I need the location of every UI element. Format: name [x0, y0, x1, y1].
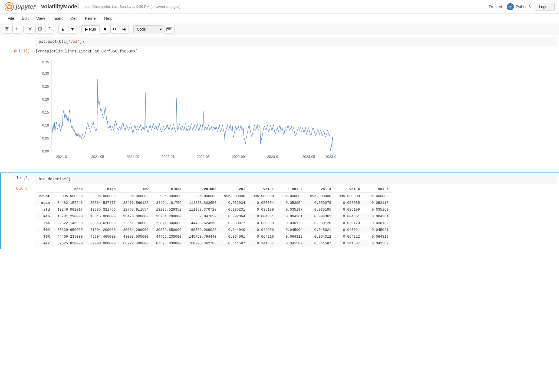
fast-forward-button[interactable]: ⏭	[120, 25, 129, 34]
table-row: 50%30839.65000031804.20000030064.2900003…	[35, 227, 392, 233]
run-icon: ▶	[85, 27, 88, 31]
notebook: plt.plot(btc['vol']) Out[12]: [<matplotl…	[0, 35, 559, 249]
save-button[interactable]	[3, 25, 11, 34]
cut-button[interactable]	[26, 25, 34, 34]
table-cell: 0.053054	[278, 200, 306, 206]
table-cell: 15781.290000	[152, 213, 185, 220]
svg-rect-17	[167, 27, 172, 31]
col-header-vol4: vol-4	[335, 186, 364, 193]
copy-button[interactable]	[35, 25, 44, 34]
col-header-vol2: vol-2	[278, 186, 306, 193]
topbar: jupyter VolatilityModel Last Checkpoint:…	[0, 0, 559, 14]
table-cell: 15781.290000	[54, 213, 87, 220]
table-cell: 0.341587	[220, 240, 249, 247]
trusted-badge: Trusted	[489, 4, 502, 9]
svg-text:0.35: 0.35	[42, 60, 49, 64]
table-cell: 22351.700000	[119, 220, 152, 227]
table-cell: 13246.082017	[54, 206, 87, 213]
table-row: 25%22822.14500023358.62000022351.7000002…	[35, 220, 392, 227]
move-down-button[interactable]: ▼	[68, 25, 77, 34]
table-cell: 0.030132	[364, 220, 392, 227]
table-cell: 0.035162	[364, 206, 392, 213]
table-cell: 13236.529352	[152, 206, 185, 213]
table-cell: 0.341587	[306, 240, 335, 247]
table-cell: 0.053085	[335, 200, 364, 206]
python-label: Python 3	[516, 5, 531, 9]
table-cell: 13635.321756	[87, 206, 120, 213]
svg-text:Py: Py	[508, 5, 512, 9]
jupyter-label: jupyter	[16, 3, 35, 10]
svg-text:0.05: 0.05	[42, 136, 49, 140]
svg-rect-22	[168, 29, 171, 30]
table-cell: 995.000000	[185, 193, 220, 200]
table-cell: 22871.300000	[152, 220, 185, 227]
cell-output-12: Out[12]: [<matplotlib.lines.Line2D at 0x…	[1, 47, 559, 169]
cell-code-12[interactable]: plt.plot(btc['vol'])	[35, 37, 557, 46]
table-cell: 0.004361	[335, 213, 364, 220]
col-header-vol: vol	[220, 186, 249, 193]
col-header-high: high	[87, 186, 120, 193]
cell-type-select[interactable]: Code Markdown Raw NBConvert Heading	[133, 25, 163, 33]
table-cell: 0.045004	[278, 227, 306, 233]
table-cell: 0.053004	[249, 200, 278, 206]
svg-text:0.30: 0.30	[42, 71, 49, 75]
menubar: File Edit View Insert Cell Kernel Help	[0, 14, 559, 23]
cell-prompt-12	[3, 37, 35, 38]
table-cell: 0.045021	[335, 227, 364, 233]
run-button[interactable]: ▶ Run	[81, 25, 100, 33]
table-row: 75%44466.23500045904.46500043093.5050004…	[35, 233, 392, 240]
stop-button[interactable]: ■	[101, 25, 109, 34]
svg-point-0	[5, 2, 14, 11]
menu-cell[interactable]: Cell	[67, 15, 81, 22]
svg-point-3	[9, 4, 10, 5]
table-cell: 44483.524968	[185, 220, 220, 227]
row-label: min	[35, 213, 54, 220]
table-row: max67525.82000069000.00000066222.4000006…	[35, 240, 392, 247]
svg-text:2021-05: 2021-05	[91, 155, 104, 159]
menu-edit[interactable]: Edit	[18, 15, 32, 22]
col-header-volume: volume	[185, 186, 220, 193]
table-cell: 33476.569126	[119, 200, 152, 206]
restart-button[interactable]: ↺	[110, 25, 119, 34]
table-cell: 0.004361	[306, 213, 335, 220]
move-up-button[interactable]: ▲	[58, 25, 67, 34]
table-cell: 44466.235000	[54, 233, 87, 240]
table-cell: 15476.000000	[119, 213, 152, 220]
table-cell: 0.002364	[220, 213, 249, 220]
table-cell: 16315.000000	[87, 213, 120, 220]
table-cell: 0.053079	[306, 200, 335, 206]
table-cell: 69709.906028	[185, 227, 220, 233]
table-cell: 23358.620000	[87, 220, 120, 227]
menu-view[interactable]: View	[33, 15, 48, 22]
cell-code-6[interactable]: btc.describe()	[35, 175, 557, 184]
table-cell: 0.341587	[249, 240, 278, 247]
col-header-empty	[35, 186, 54, 193]
run-label: Run	[89, 27, 96, 31]
add-cell-button[interactable]: +	[12, 25, 21, 34]
table-cell: 145768.794440	[185, 233, 220, 240]
table-cell: 30064.290000	[119, 227, 152, 233]
jupyter-logo: jupyter	[4, 2, 35, 12]
table-cell: 995.000000	[249, 193, 278, 200]
table-cell: 0.064312	[364, 233, 392, 240]
table-cell: 0.064312	[278, 233, 306, 240]
cell-divider	[0, 170, 559, 172]
keyboard-shortcuts-button[interactable]	[164, 25, 175, 34]
paste-button[interactable]	[45, 25, 54, 34]
table-cell: 0.030120	[306, 220, 335, 227]
chart-container: 0.00 0.05 0.10 0.15 0.20 0.25 0.30 0.35	[35, 55, 551, 168]
table-row: mean34482.15724635384.53747733476.569126…	[35, 200, 392, 206]
menu-help[interactable]: Help	[101, 15, 116, 22]
menu-kernel[interactable]: Kernel	[82, 15, 100, 22]
logout-button[interactable]: Logout	[535, 3, 555, 11]
svg-text:2022-05: 2022-05	[197, 155, 210, 159]
table-cell: 34494.181759	[152, 200, 185, 206]
svg-text:0.25: 0.25	[42, 84, 49, 88]
row-label: mean	[35, 200, 54, 206]
menu-insert[interactable]: Insert	[49, 15, 66, 22]
svg-text:0.00: 0.00	[42, 149, 49, 153]
col-header-close: close	[152, 186, 185, 193]
table-row: min15781.29000016315.00000015476.0000001…	[35, 213, 392, 220]
menu-file[interactable]: File	[4, 15, 17, 22]
table-cell: 30839.650000	[54, 227, 87, 233]
